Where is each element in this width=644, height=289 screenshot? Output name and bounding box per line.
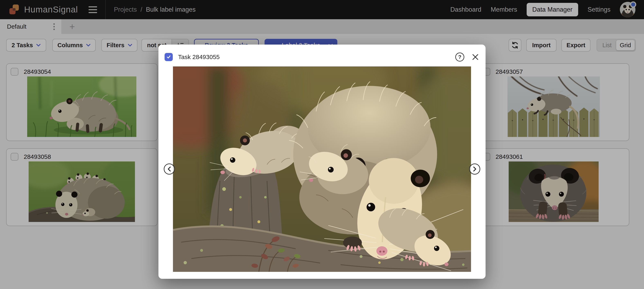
close-icon[interactable]: [471, 53, 480, 61]
task-preview-modal: Task 28493055 ?: [158, 44, 486, 279]
help-glyph: ?: [458, 54, 462, 60]
chevron-right-icon: [472, 166, 477, 172]
modal-task-title: Task 28493055: [178, 54, 220, 60]
chevron-left-icon: [167, 166, 172, 172]
previous-task-button[interactable]: [164, 164, 175, 174]
help-icon[interactable]: ?: [455, 52, 464, 62]
task-select-checkbox[interactable]: [164, 53, 173, 61]
checkmark-icon: [166, 54, 171, 60]
next-task-button[interactable]: [469, 164, 480, 174]
task-image-opossum-family: [173, 66, 471, 272]
modal-header: Task 28493055 ?: [164, 52, 480, 62]
